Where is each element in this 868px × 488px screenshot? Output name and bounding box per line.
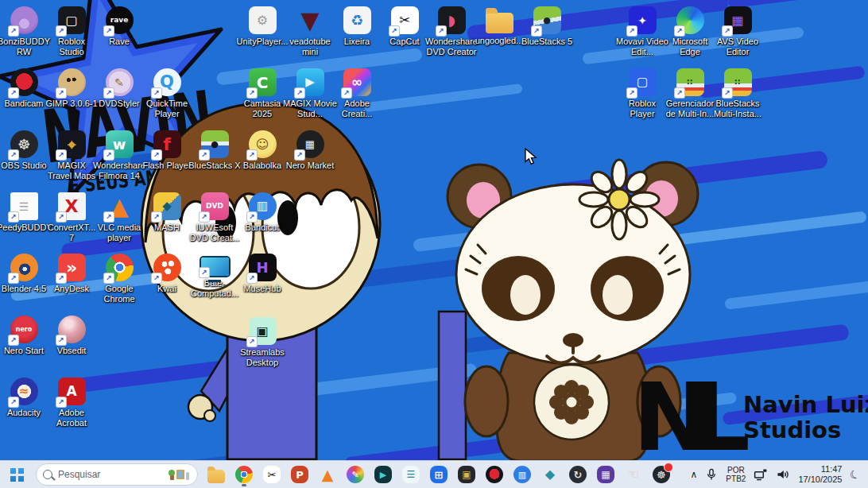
shortcut-arrow-icon: ↗ [56, 397, 66, 407]
desktop-icon-obs-studio[interactable]: ☸ ↗ OBS Studio [0, 130, 51, 171]
desktop-icon-label: Lixeira [344, 37, 370, 47]
desktop-icon-gimp[interactable]: ↗ GIMP 3.0.6-1 [45, 68, 99, 109]
desktop-icon-mash[interactable]: ◆ ↗ MASH [140, 192, 194, 233]
taskbar-button-bandicut[interactable]: ▥ [513, 464, 532, 485]
app-icon: ▶ ↗ [296, 68, 324, 96]
desktop-icon-nero-start[interactable]: nero ↗ Nero Start [0, 316, 51, 356]
shortcut-arrow-icon: ↗ [56, 26, 66, 36]
speaker-icon[interactable] [776, 467, 790, 482]
tray-chevron-icon[interactable]: ∧ [691, 469, 698, 480]
desktop-icon-label: BlueStacks 5 [521, 37, 572, 47]
taskbar-button-play-arrow-app[interactable]: ▶ [374, 464, 393, 485]
desktop-icon-movavi-video-editor[interactable]: ✦ ↗ Movavi Video Edit... [615, 6, 669, 57]
desktop-icon-bluestacks-5[interactable]: ● ↗ BlueStacks 5 [520, 6, 574, 47]
shortcut-arrow-icon: ↗ [247, 337, 257, 347]
desktop-icon-lixeira-recycle-bin[interactable]: ♻ Lixeira [330, 6, 384, 47]
desktop-icon-capcut[interactable]: ✂ ↗ CapCut [378, 6, 432, 47]
shortcut-arrow-icon: ↗ [295, 150, 304, 160]
desktop-icon-flash-player[interactable]: f ↗ Flash Player [140, 130, 194, 171]
desktop-icon-magix-travel-maps[interactable]: ⌖ ↗ MAGIX Travel Maps [45, 130, 99, 181]
desktop-icon-wondershare-dvd-creator[interactable]: ◗ ↗ Wondershare DVD Creator [424, 6, 479, 57]
taskbar-button-obs-studio[interactable]: ☸ [652, 464, 671, 485]
taskbar-buttons: ✂ P ▲ ✎ ▶ ☰ ⊞ ▣ ▥ ◆ ↻ ▦ ☜ ☸ [207, 464, 671, 485]
shortcut-arrow-icon: ↗ [9, 397, 18, 407]
desktop-icon-nero-market[interactable]: ▦ ↗ Nero Market [283, 130, 337, 171]
app-icon-glyph: ⚙ [257, 14, 268, 27]
desktop-icon-label: Flash Player [142, 161, 191, 171]
desktop-icon-label: Nero Start [4, 346, 44, 356]
taskbar-button-sync-app[interactable]: ↻ [568, 464, 587, 485]
do-not-disturb-moon-icon[interactable]: ☾ [848, 467, 862, 482]
search-icon [43, 470, 52, 479]
desktop-icon-convertxtodvd[interactable]: X ↗ ConvertXT... 7 [45, 192, 99, 243]
taskbar-button-microsoft-store[interactable]: ⊞ [429, 464, 448, 485]
desktop-icon-adobe-creative-cloud[interactable]: ∞ ↗ Adobe Creati... [330, 68, 384, 119]
taskbar-button-bandicam[interactable] [485, 464, 504, 485]
app-icon [486, 13, 513, 33]
desktop-icon-bate-computador[interactable]: ↗ Bate-Computad... [188, 254, 242, 299]
desktop-icon-kwai[interactable]: ↗ Kwai [140, 254, 194, 294]
search-box[interactable]: Pesquisar [36, 463, 198, 486]
taskbar-button-vlc[interactable]: ▲ [318, 464, 337, 485]
desktop-icon-bandicut[interactable]: ▥ ↗ Bandicut [235, 192, 289, 233]
taskbar-button-capcut[interactable]: ✂ [262, 464, 281, 485]
desktop-icon-magix-movie-studio[interactable]: ▶ ↗ MAGIX Movie Stud... [283, 68, 337, 119]
taskbar-button-hand-pointer-app[interactable]: ☜ [624, 464, 643, 485]
shortcut-arrow-icon: ↗ [200, 212, 209, 222]
desktop-icon-ungoogled-folder[interactable]: ungoogled... [472, 6, 526, 46]
desktop-icon-peedybuddy[interactable]: ☰ ↗ PeedyBUDDY [0, 192, 51, 233]
desktop-icon-balabolka[interactable]: ☺ ↗ Balabolka [235, 130, 289, 171]
desktop-icon-bluestacks-x[interactable]: ● ↗ BlueStacks X [188, 130, 242, 171]
desktop-icon-bluestacks-multi-instance[interactable]: ∷ ↗ BlueStacks Multi-Insta... [711, 68, 765, 119]
app-icon-glyph: ⌖ [68, 137, 76, 152]
desktop-icon-avs-video-editor[interactable]: ▦ ↗ AVS Video Editor [711, 6, 765, 57]
microphone-icon[interactable] [705, 467, 718, 482]
desktop-icon-blender[interactable]: ↗ Blender 4.5 [0, 254, 51, 294]
desktop-icon-adobe-acrobat[interactable]: A ↗ Adobe Acrobat [45, 378, 99, 428]
desktop-icon-label: Vbsedit [57, 346, 87, 356]
desktop-icon-streamlabs-desktop[interactable]: ▣ ↗ Streamlabs Desktop [235, 317, 289, 368]
taskbar-button-file-explorer[interactable] [207, 464, 226, 485]
app-icon: ↗ [153, 254, 181, 281]
desktop-icon-google-chrome[interactable]: ↗ Google Chrome [92, 254, 146, 304]
desktop-icon-vlc-media-player[interactable]: ▲ ↗ VLC media player [92, 192, 146, 243]
taskbar-button-mash-hat[interactable]: ◆ [541, 464, 560, 485]
desktop-icon-bonzibuddy-rw[interactable]: ↗ BonziBUDDY RW [0, 6, 51, 57]
taskbar-button-film-app[interactable]: ▦ [596, 464, 615, 485]
bandicam-icon [486, 466, 503, 483]
desktop-icon-dvdstyler[interactable]: ✎ ↗ DVDStyler [92, 68, 146, 109]
desktop-icon-iuwesoft-dvd-creator[interactable]: DVD ↗ IUWEsoft DVD Creat... [188, 192, 242, 243]
desktop-icon-camtasia[interactable]: C ↗ Camtasia 2025 [235, 68, 289, 119]
app-icon: w ↗ [106, 130, 134, 158]
desktop-icon-roblox-player[interactable]: ▢ ↗ Roblox Player [615, 68, 669, 119]
desktop-icon-audacity[interactable]: ≈ ↗ Audacity [0, 378, 51, 418]
taskbar-button-paint-palette[interactable]: ✎ [346, 464, 365, 485]
app-icon-glyph: ≈ [19, 385, 29, 397]
shortcut-arrow-icon: ↗ [200, 150, 209, 160]
desktop-icon-veadotube-mini[interactable]: ▼ veadotube mini [283, 6, 337, 57]
desktop-icon-anydesk[interactable]: » ↗ AnyDesk [45, 254, 99, 294]
desktop-icon-gerenciador-multi-instancias[interactable]: ∷ ↗ Gerenciador de Multi-In... [663, 68, 717, 119]
desktop-icon-roblox-studio[interactable]: ▢ ↗ Roblox Studio [45, 6, 99, 57]
start-button[interactable] [6, 464, 27, 485]
desktop-icon-label: Rave [109, 37, 130, 47]
app-icon: ↗ [58, 316, 86, 343]
desktop-icon-bandicam[interactable]: ↗ Bandicam [0, 68, 51, 109]
language-indicator[interactable]: POR PTB2 [726, 466, 746, 483]
shortcut-arrow-icon: ↗ [9, 88, 18, 98]
desktop-icon-vbsedit[interactable]: ↗ Vbsedit [45, 316, 99, 356]
taskbar-button-chrome[interactable] [234, 464, 254, 485]
desktop-icon-musehub[interactable]: H ↗ MuseHub [235, 254, 289, 294]
app-icon-glyph: ● [211, 140, 219, 149]
clock[interactable]: 11:47 17/10/2025 [798, 464, 842, 485]
desktop-icon-wondershare-filmora[interactable]: w ↗ Wondershare Filmora 14 [92, 130, 146, 181]
taskbar-button-powerpoint[interactable]: P [290, 464, 309, 485]
taskbar-button-notepad[interactable]: ☰ [401, 464, 420, 485]
desktop-icon-label: Kwai [157, 284, 176, 294]
desktop-icon-unityplayer-file[interactable]: ⚙ UnityPlayer... [235, 6, 289, 47]
taskbar-button-amber-app[interactable]: ▣ [457, 464, 476, 485]
desktop-icon-rave[interactable]: rave ↗ Rave [92, 6, 146, 47]
desktop-icon-quicktime-player[interactable]: Q ↗ QuickTime Player [140, 68, 194, 119]
desktop-icon-microsoft-edge[interactable]: ↗ Microsoft Edge [663, 6, 717, 57]
network-icon[interactable] [754, 467, 768, 482]
